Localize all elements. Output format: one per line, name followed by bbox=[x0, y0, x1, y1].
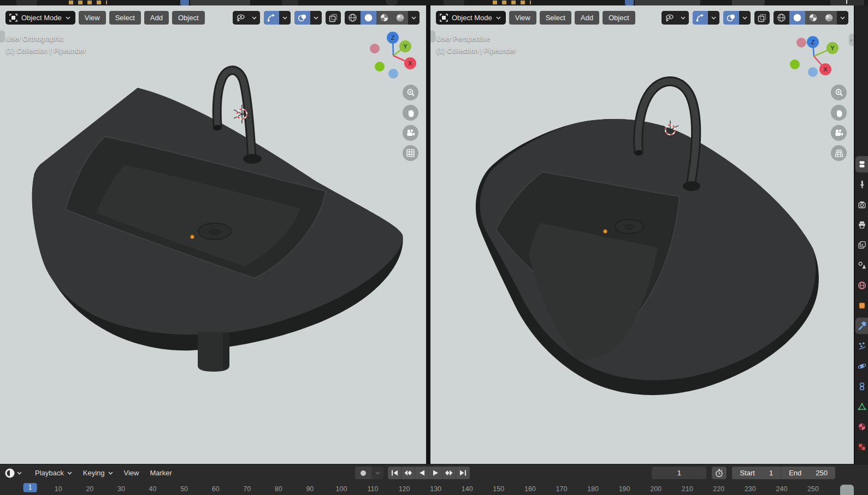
playback-transport bbox=[388, 467, 470, 479]
object-mode-icon bbox=[440, 14, 448, 22]
menu-view[interactable]: View bbox=[509, 11, 536, 25]
properties-tab-scene[interactable] bbox=[855, 257, 868, 273]
top-strip-partial bbox=[830, 0, 864, 5]
jump-to-next-keyframe-button[interactable] bbox=[442, 467, 456, 479]
menu-object[interactable]: Object bbox=[172, 11, 205, 25]
shading-dropdown[interactable] bbox=[408, 11, 420, 25]
play-reverse-button[interactable] bbox=[415, 467, 429, 479]
toolbar-flyout-tab[interactable] bbox=[0, 31, 5, 43]
properties-tab-material[interactable] bbox=[855, 419, 868, 435]
gizmo-toggle-group[interactable] bbox=[264, 11, 291, 25]
current-frame-badge[interactable]: 1 bbox=[23, 483, 37, 492]
properties-tab-tool[interactable] bbox=[855, 176, 868, 193]
end-frame-field[interactable]: End 250 bbox=[781, 467, 835, 479]
camera-view-button[interactable] bbox=[831, 125, 847, 141]
shading-wireframe-button[interactable] bbox=[345, 11, 361, 25]
record-circle-icon bbox=[360, 470, 367, 476]
properties-tab-object[interactable] bbox=[855, 297, 868, 314]
scrollbar-thumb[interactable] bbox=[840, 485, 854, 495]
magnifier-plus-icon bbox=[835, 88, 843, 97]
viewport-perspective[interactable]: ‹ Object Mode View Select Add Object bbox=[430, 5, 854, 464]
properties-tab-modifiers[interactable] bbox=[855, 318, 868, 334]
menu-keying[interactable]: Keying bbox=[78, 464, 119, 481]
auto-keying-record-button[interactable] bbox=[355, 467, 371, 479]
axis-neg-x-ball[interactable] bbox=[370, 44, 380, 53]
pan-button[interactable] bbox=[403, 105, 418, 121]
shading-rendered-button[interactable] bbox=[821, 11, 837, 25]
menu-select[interactable]: Select bbox=[109, 11, 141, 25]
axis-neg-z-ball[interactable] bbox=[808, 67, 818, 77]
shading-material-button[interactable] bbox=[376, 11, 392, 25]
sidebar-flyout-tab[interactable]: ‹ bbox=[849, 34, 854, 46]
grid-ortho-button[interactable] bbox=[403, 145, 418, 161]
axis-neg-y-ball[interactable] bbox=[790, 59, 800, 69]
menu-object[interactable]: Object bbox=[603, 11, 635, 25]
pan-button[interactable] bbox=[831, 105, 847, 121]
shading-rendered-button[interactable] bbox=[392, 11, 408, 25]
current-frame-field[interactable]: 1 bbox=[652, 467, 706, 479]
play-forward-button[interactable] bbox=[429, 467, 442, 479]
axis-neg-y-ball[interactable] bbox=[375, 62, 385, 71]
mode-dropdown[interactable]: Object Mode bbox=[5, 11, 75, 25]
mode-dropdown[interactable]: Object Mode bbox=[436, 11, 506, 25]
xray-icon bbox=[329, 14, 338, 22]
viewport-orthographic[interactable]: Object Mode View Select Add Object bbox=[0, 5, 426, 464]
auto-keying-set-dropdown[interactable] bbox=[371, 467, 383, 479]
overlays-toggle-group[interactable] bbox=[294, 11, 322, 25]
menu-add[interactable]: Add bbox=[144, 11, 169, 25]
properties-tab-render[interactable] bbox=[855, 196, 868, 213]
properties-tab-world[interactable] bbox=[855, 277, 868, 294]
navigation-gizmo[interactable]: Z Y X bbox=[788, 30, 848, 85]
overlays-toggle-icon[interactable] bbox=[723, 11, 739, 25]
jump-to-prev-keyframe-button[interactable] bbox=[401, 467, 415, 479]
axis-neg-x-ball[interactable] bbox=[796, 38, 806, 47]
navigation-gizmo[interactable]: Z Y X bbox=[361, 30, 423, 85]
shading-dropdown[interactable] bbox=[837, 11, 848, 25]
shading-solid-button[interactable] bbox=[361, 11, 376, 25]
svg-text:X: X bbox=[408, 60, 412, 67]
properties-tab-texture[interactable] bbox=[855, 439, 868, 455]
toolbar-flyout-tab[interactable] bbox=[430, 31, 435, 43]
jump-to-end-button[interactable] bbox=[456, 467, 470, 479]
shading-solid-button[interactable] bbox=[789, 11, 805, 25]
zoom-button[interactable] bbox=[403, 85, 418, 100]
modifiers-icon bbox=[858, 321, 866, 330]
jump-to-start-button[interactable] bbox=[388, 467, 401, 479]
properties-tab-view-layer[interactable] bbox=[855, 237, 868, 253]
visibility-dropdown[interactable] bbox=[662, 11, 689, 25]
frame-ruler[interactable]: 1 10203040506070809010011012013014015016… bbox=[0, 481, 868, 495]
gizmo-toggle-icon[interactable] bbox=[693, 11, 708, 25]
properties-tab-physics[interactable] bbox=[855, 358, 868, 374]
menu-playback[interactable]: Playback bbox=[29, 464, 78, 481]
menu-marker[interactable]: Marker bbox=[144, 464, 177, 481]
menu-add[interactable]: Add bbox=[575, 11, 599, 25]
editor-type-dropdown[interactable] bbox=[4, 468, 22, 479]
properties-tab-object-data[interactable] bbox=[855, 398, 868, 415]
menu-view[interactable]: View bbox=[119, 464, 145, 481]
visibility-dropdown[interactable] bbox=[233, 11, 260, 25]
camera-view-button[interactable] bbox=[403, 125, 418, 141]
grid-perspective-button[interactable] bbox=[831, 145, 847, 161]
xray-toggle[interactable] bbox=[326, 11, 341, 25]
shading-material-button[interactable] bbox=[805, 11, 821, 25]
properties-tab-particles[interactable] bbox=[855, 338, 868, 354]
gizmo-toggle-icon[interactable] bbox=[264, 11, 279, 25]
xray-toggle[interactable] bbox=[754, 11, 770, 25]
overlays-toggle-group[interactable] bbox=[723, 11, 751, 25]
properties-tab-active-tool[interactable] bbox=[855, 156, 868, 172]
menu-view[interactable]: View bbox=[79, 11, 106, 25]
shading-wireframe-button[interactable] bbox=[773, 11, 789, 25]
faucet-base bbox=[243, 154, 262, 164]
menu-select[interactable]: Select bbox=[540, 11, 571, 25]
ruler-tick: 70 bbox=[243, 485, 251, 493]
properties-tab-output[interactable] bbox=[855, 217, 868, 233]
chevron-down-icon bbox=[496, 16, 501, 20]
overlays-toggle-icon[interactable] bbox=[294, 11, 310, 25]
gizmo-toggle-group[interactable] bbox=[693, 11, 719, 25]
use-preview-range-button[interactable] bbox=[712, 467, 727, 479]
editor-divider[interactable] bbox=[426, 5, 430, 464]
start-frame-field[interactable]: Start 1 bbox=[732, 467, 781, 479]
axis-neg-z-ball[interactable] bbox=[388, 69, 398, 79]
properties-tab-constraints[interactable] bbox=[855, 378, 868, 395]
zoom-button[interactable] bbox=[831, 85, 847, 100]
